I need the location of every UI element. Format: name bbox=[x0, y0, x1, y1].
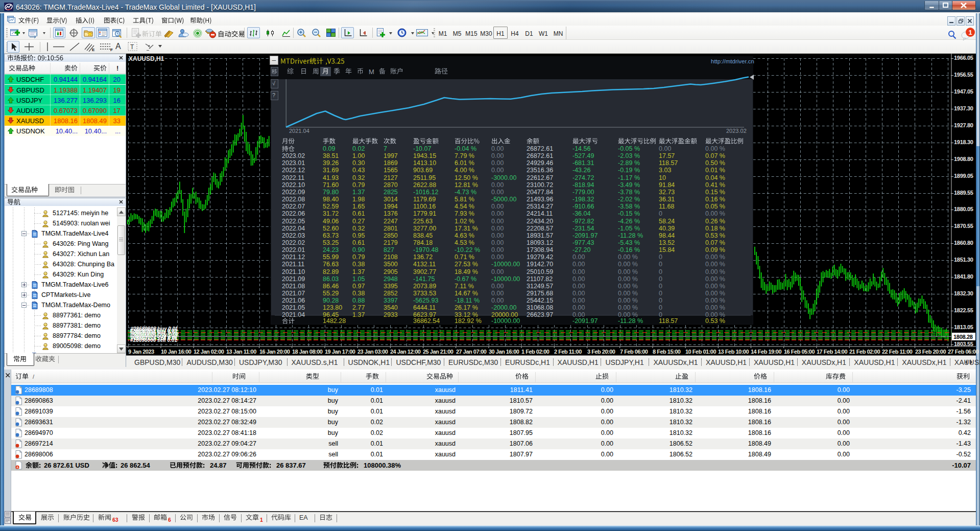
svg-text:E: E bbox=[92, 48, 95, 52]
svg-text:1: 1 bbox=[968, 29, 972, 36]
svg-text:F: F bbox=[110, 48, 113, 52]
svg-text:T: T bbox=[130, 43, 134, 51]
